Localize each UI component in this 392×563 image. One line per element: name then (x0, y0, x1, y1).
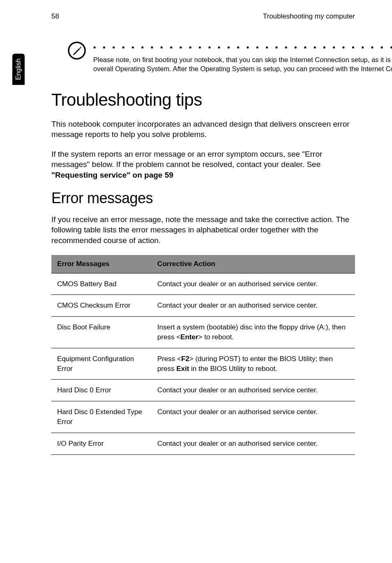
cell-action: Contact your dealer or an authorised ser… (152, 295, 355, 317)
side-language-tab: English (12, 53, 25, 85)
heading-troubleshooting-tips: Troubleshooting tips (51, 90, 355, 110)
table-row: Disc Boot Failure Insert a system (boota… (51, 317, 355, 348)
link-requesting-service: "Requesting service" on page 59 (51, 171, 173, 179)
cell-action: Contact your dealer or an authorised ser… (152, 380, 355, 401)
table-row: CMOS Battery Bad Contact your dealer or … (51, 273, 355, 295)
key-f2: F2 (181, 355, 189, 363)
cell-text: > to reboot. (198, 333, 234, 341)
page-content: 58 Troubleshooting my computer • • • • •… (0, 0, 392, 467)
table-row: Hard Disc 0 Extended Type Error Contact … (51, 401, 355, 433)
table-row: Hard Disc 0 Error Contact your dealer or… (51, 380, 355, 401)
cell-action: Contact your dealer or an authorised ser… (152, 273, 355, 295)
pencil-note-icon (68, 42, 86, 60)
cell-text: Press < (157, 355, 181, 363)
heading-error-messages: Error messages (51, 190, 355, 207)
cell-action: Press <F2> (during POST) to enter the BI… (152, 348, 355, 380)
cell-action: Contact your dealer or an authorised ser… (152, 433, 355, 454)
section-title: Troubleshooting my computer (263, 12, 355, 21)
table-row: Equipment Configuration Error Press <F2>… (51, 348, 355, 380)
note-content: • • • • • • • • • • • • • • • • • • • • … (93, 43, 392, 74)
cell-error: I/O Parity Error (51, 433, 152, 454)
note-block: • • • • • • • • • • • • • • • • • • • • … (51, 43, 355, 74)
para-error-intro: If you receive an error message, note th… (51, 214, 355, 246)
th-corrective-action: Corrective Action (152, 255, 355, 273)
cell-error: Disc Boot Failure (51, 317, 152, 348)
para-intro-2-text: If the system reports an error message o… (51, 150, 322, 169)
table-header-row: Error Messages Corrective Action (51, 255, 355, 273)
cell-error: CMOS Checksum Error (51, 295, 152, 317)
para-intro-1: This notebook computer incorporates an a… (51, 119, 355, 140)
cell-error: Hard Disc 0 Error (51, 380, 152, 401)
dots-divider: • • • • • • • • • • • • • • • • • • • • … (93, 43, 392, 52)
cell-action: Contact your dealer or an authorised ser… (152, 401, 355, 433)
note-text: Please note, on first booting your noteb… (93, 55, 392, 74)
cell-error: CMOS Battery Bad (51, 273, 152, 295)
key-enter: Enter (180, 333, 198, 341)
key-exit: Exit (176, 365, 189, 373)
cell-error: Equipment Configuration Error (51, 348, 152, 380)
th-error-messages: Error Messages (51, 255, 152, 273)
cell-text: in the BIOS Utility to reboot. (189, 365, 277, 373)
page-header: 58 Troubleshooting my computer (51, 12, 355, 21)
error-messages-table: Error Messages Corrective Action CMOS Ba… (51, 255, 355, 455)
cell-action: Insert a system (bootable) disc into the… (152, 317, 355, 348)
cell-error: Hard Disc 0 Extended Type Error (51, 401, 152, 433)
table-row: I/O Parity Error Contact your dealer or … (51, 433, 355, 454)
para-intro-2: If the system reports an error message o… (51, 149, 355, 181)
table-row: CMOS Checksum Error Contact your dealer … (51, 295, 355, 317)
page-number: 58 (51, 12, 59, 21)
